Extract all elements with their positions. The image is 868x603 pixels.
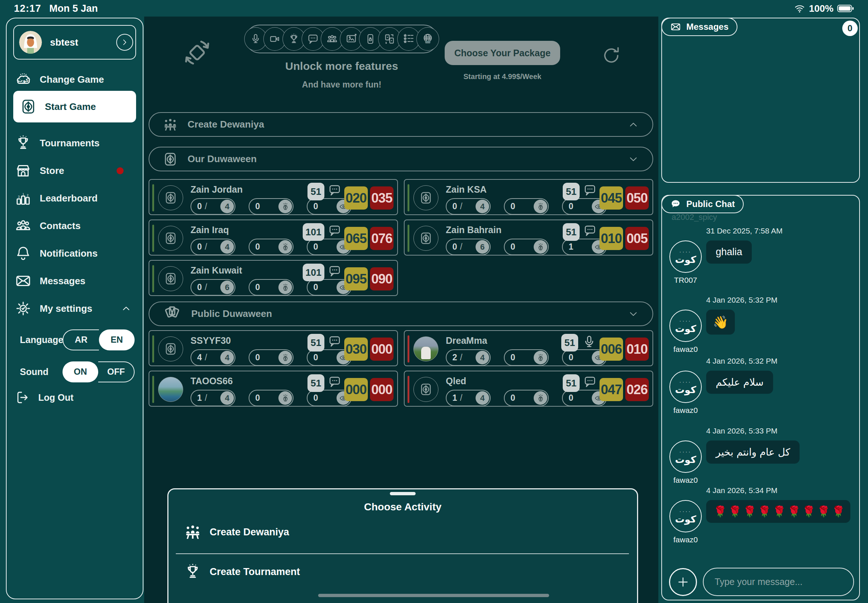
cheers-pill: 0 (249, 390, 294, 406)
public-chat-header[interactable]: Public Chat (661, 195, 744, 213)
room-avatar (413, 226, 438, 251)
sidebar-item-my-settings[interactable]: My settings (15, 299, 135, 318)
logout-button[interactable]: Log Out (15, 388, 135, 407)
chat-message: 4 Jan 2026, 5:34 PM ····كوت fawaz0 🌹🌹🌹🌹🌹… (669, 486, 854, 544)
chat-bubble-icon[interactable] (583, 375, 597, 388)
store-notification-dot (117, 167, 124, 174)
collapse-sidebar-button[interactable] (116, 34, 133, 51)
room-badge: 51 (308, 183, 324, 200)
score-red: 005 (625, 227, 649, 250)
room-avatar (413, 377, 438, 402)
chat-bubble-icon[interactable] (328, 264, 341, 278)
room-card-zain-iraq[interactable]: Zain Iraq 0/4 0 0 101 065 076 (149, 220, 398, 255)
cheers-pill: 0 (504, 349, 549, 366)
our-duwaween-header[interactable]: Our Duwaween (149, 147, 653, 171)
emblem-icon (162, 152, 178, 167)
modal-item-create-tournament[interactable]: Create Tournament (184, 563, 300, 581)
language-option-ar[interactable]: AR (62, 329, 99, 350)
add-attachment-button[interactable] (669, 568, 697, 596)
language-toggle: AR EN (62, 329, 135, 350)
sidebar-item-start-game[interactable]: Start Game (13, 91, 136, 122)
room-avatar-photo (413, 336, 438, 362)
room-card-zain-bahrain[interactable]: Zain Bahrain 0/6 0 1 51 010 005 (404, 220, 653, 255)
chat-bubble-icon[interactable] (328, 224, 341, 237)
room-badge: 51 (563, 374, 580, 392)
chat-bubble-icon[interactable] (583, 224, 597, 237)
players-pill: 0/6 (190, 279, 235, 295)
chat-avatar: ····كوت (669, 371, 702, 403)
players-pill: 0/4 (190, 198, 235, 215)
sidebar-item-tournaments[interactable]: Tournaments (15, 133, 135, 153)
chat-bubble: 🌹🌹🌹🌹🌹🌹🌹🌹🌹 (706, 500, 850, 523)
horizontal-scrollbar[interactable] (318, 594, 549, 597)
cheers-icon (281, 283, 290, 292)
public-duwaween-header[interactable]: Public Duwaween (149, 302, 653, 326)
profile-card[interactable]: sbtest (13, 25, 136, 60)
room-card-ssyyf30[interactable]: SSYYF30 4/4 0 0 51 030 000 (149, 330, 398, 366)
chat-bubble-icon[interactable] (328, 184, 341, 197)
chat-bubble-icon[interactable] (583, 184, 597, 197)
room-card-zain-kuwait[interactable]: Zain Kuwait 0/6 0 0 101 095 090 (149, 260, 398, 296)
room-card-qled[interactable]: Qled 1/4 0 0 51 047 026 (404, 371, 653, 407)
sidebar-item-leaderboard[interactable]: Leaderboard (15, 189, 135, 208)
rotate-device-icon (183, 39, 211, 66)
choose-package-button[interactable]: Choose Your Package (445, 41, 560, 65)
chevron-down-icon (627, 153, 639, 165)
room-accent-bar (407, 336, 409, 363)
chat-username: TR007 (674, 276, 697, 284)
room-card-taoos66[interactable]: TAOOS66 1/4 0 0 51 000 000 (149, 371, 398, 407)
chat-bubble: كل عام وانتم بخير (706, 441, 800, 464)
score-red: 050 (625, 186, 649, 210)
message-timestamp: 4 Jan 2026, 5:33 PM (706, 427, 854, 435)
room-card-dreamma[interactable]: DreaMma 2/4 0 0 51 006 010 (404, 330, 653, 366)
choose-activity-modal: Choose Activity Create Dewaniya Create T… (167, 488, 638, 603)
create-dewaniya-header[interactable]: Create Dewaniya (149, 112, 653, 137)
score-red: 010 (625, 337, 649, 361)
premium-features-strip (245, 25, 438, 53)
sidebar-item-messages[interactable]: Messages (15, 271, 135, 291)
room-card-zain-ksa[interactable]: Zain KSA 0/4 0 0 51 045 050 (404, 179, 653, 215)
room-badge: 101 (303, 264, 324, 281)
room-badge: 51 (308, 374, 324, 392)
language-option-en[interactable]: EN (99, 329, 135, 350)
trophy-icon (184, 563, 201, 581)
score-yellow: 010 (599, 227, 623, 250)
sound-toggle: ON OFF (62, 362, 135, 382)
chat-avatar: ····كوت (669, 309, 702, 342)
cheers-icon (281, 353, 290, 362)
drag-handle[interactable] (390, 492, 416, 495)
battery-percent: 100% (809, 3, 834, 14)
refresh-button[interactable] (601, 45, 622, 66)
room-avatar (158, 185, 183, 210)
chevron-up-icon (121, 303, 132, 314)
sidebar-item-contacts[interactable]: Contacts (15, 216, 135, 235)
room-accent-bar (407, 184, 409, 212)
modal-item-create-dewaniya[interactable]: Create Dewaniya (184, 523, 289, 541)
messages-panel-header[interactable]: Messages (661, 18, 737, 36)
cheers-pill: 0 (504, 239, 549, 255)
chat-bubble-icon[interactable] (328, 375, 341, 388)
room-accent-bar (152, 265, 154, 292)
sound-row: Sound ON OFF (20, 361, 135, 382)
chat-message-input[interactable] (703, 568, 854, 596)
sidebar-item-notifications[interactable]: Notifications (15, 244, 135, 263)
cheers-icon (536, 394, 545, 403)
cheers-icon (536, 202, 545, 211)
chat-message: 4 Jan 2026, 5:33 PM ····كوت fawaz0 كل عا… (669, 427, 854, 485)
sound-option-on[interactable]: ON (62, 362, 98, 382)
sidebar-item-change-game[interactable]: Change Game (15, 70, 135, 89)
message-timestamp: 31 Dec 2025, 7:58 AM (706, 226, 854, 235)
package-price: Starting at 4.99$/Week (445, 73, 560, 81)
chat-bubble-icon[interactable] (328, 335, 341, 348)
room-badge: 101 (303, 223, 324, 241)
sound-option-off[interactable]: OFF (98, 362, 135, 382)
chat-message: 4 Jan 2026, 5:32 PM ····كوت fawaz0 سلام … (669, 357, 854, 415)
cheers-icon (281, 202, 290, 211)
promo-title: Unlock more features (245, 60, 438, 73)
score-yellow: 000 (344, 378, 368, 401)
sidebar-item-store[interactable]: Store (15, 161, 135, 180)
score-red: 000 (370, 337, 393, 361)
cheers-icon (281, 243, 290, 252)
room-card-zain-jordan[interactable]: Zain Jordan 0/4 0 0 51 020 035 (149, 179, 398, 215)
room-accent-bar (152, 376, 154, 403)
